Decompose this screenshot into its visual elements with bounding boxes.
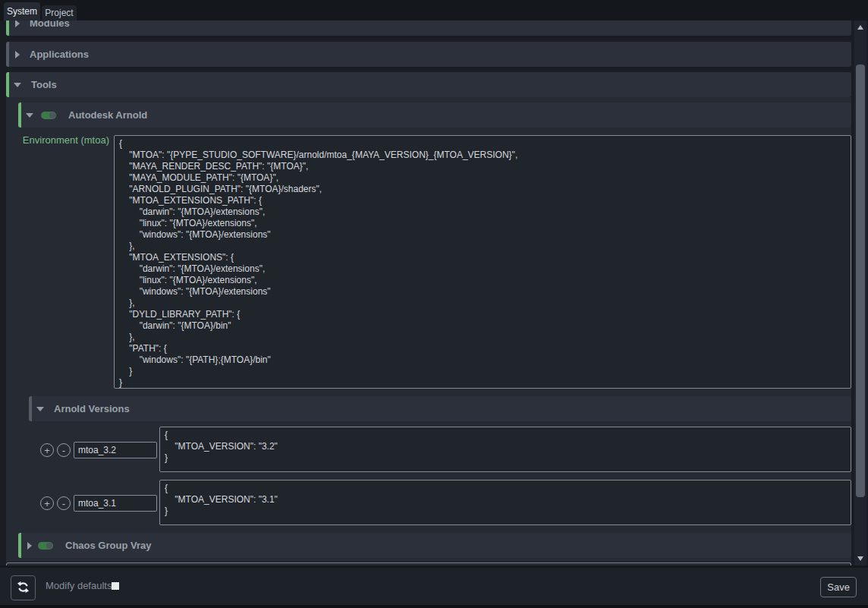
version-key-input[interactable]	[74, 495, 157, 512]
scrollbar-thumb[interactable]	[856, 65, 865, 497]
vray-enabled-toggle[interactable]	[38, 542, 53, 550]
settings-window: System Project Modules Applications Tool…	[0, 0, 868, 608]
modules-collapsed-arrow-icon	[15, 20, 20, 27]
vray-collapsed-arrow-icon	[27, 542, 32, 550]
save-button[interactable]: Save	[820, 577, 857, 597]
applications-label: Applications	[30, 49, 89, 60]
tab-project-label: Project	[45, 8, 73, 18]
refresh-button[interactable]	[11, 575, 36, 600]
section-header-chaos-group-vray[interactable]: Chaos Group Vray	[18, 533, 851, 558]
modules-state-bar	[6, 20, 9, 36]
arnold-versions-label: Arnold Versions	[54, 403, 130, 414]
scroll-down-arrow-icon[interactable]	[857, 556, 863, 561]
tab-system[interactable]: System	[4, 2, 40, 20]
applications-collapsed-arrow-icon	[15, 51, 20, 58]
add-version-button[interactable]: +	[40, 496, 54, 510]
remove-version-button[interactable]: -	[57, 496, 71, 510]
vray-state-bar	[18, 533, 21, 558]
version-key-input[interactable]	[74, 442, 157, 458]
arnold-label: Autodesk Arnold	[68, 109, 147, 121]
modules-label: Modules	[30, 20, 70, 29]
arnold-expanded-arrow-icon	[26, 113, 33, 118]
vray-label: Chaos Group Vray	[65, 540, 151, 551]
applications-state-bar	[6, 42, 9, 67]
arnold-versions-state-bar	[29, 396, 32, 421]
add-version-button[interactable]: +	[40, 443, 54, 457]
modify-defaults-checkbox[interactable]	[112, 582, 119, 590]
settings-scroll-area: Modules Applications Tools Autodesk Arno…	[0, 20, 854, 565]
vray-toggle-knob	[46, 543, 52, 549]
tab-project[interactable]: Project	[42, 5, 77, 20]
tab-system-label: System	[7, 6, 37, 17]
arnold-toggle-knob	[49, 112, 55, 118]
arnold-state-bar	[18, 102, 21, 128]
tools-label: Tools	[31, 79, 57, 90]
arnold-versions-expanded-arrow-icon	[36, 407, 44, 411]
section-header-autodesk-arnold[interactable]: Autodesk Arnold	[18, 102, 851, 128]
remove-version-button[interactable]: -	[57, 443, 71, 457]
section-header-modules[interactable]: Modules	[6, 20, 851, 36]
scroll-up-arrow-icon[interactable]	[857, 25, 863, 30]
tools-expanded-arrow-icon	[14, 83, 21, 87]
environment-mtoa-label: Environment (mtoa)	[18, 134, 109, 146]
section-header-arnold-versions[interactable]: Arnold Versions	[29, 396, 851, 421]
section-header-applications[interactable]: Applications	[6, 42, 851, 67]
refresh-icon	[17, 581, 30, 596]
vertical-scrollbar[interactable]	[854, 20, 866, 565]
footer-bar: Modify defaults Save	[0, 565, 868, 608]
section-header-tools[interactable]: Tools	[6, 72, 851, 97]
tools-state-bar	[6, 72, 9, 97]
tab-bar: System Project	[0, 0, 868, 20]
modify-defaults-label: Modify defaults	[46, 580, 112, 591]
version-value-textarea[interactable]: { "MTOA_VERSION": "3.2" }	[159, 427, 851, 472]
arnold-enabled-toggle[interactable]	[41, 112, 56, 119]
version-value-textarea[interactable]: { "MTOA_VERSION": "3.1" }	[159, 480, 851, 525]
environment-mtoa-textarea[interactable]: { "MTOA": "{PYPE_STUDIO_SOFTWARE}/arnold…	[114, 135, 851, 389]
